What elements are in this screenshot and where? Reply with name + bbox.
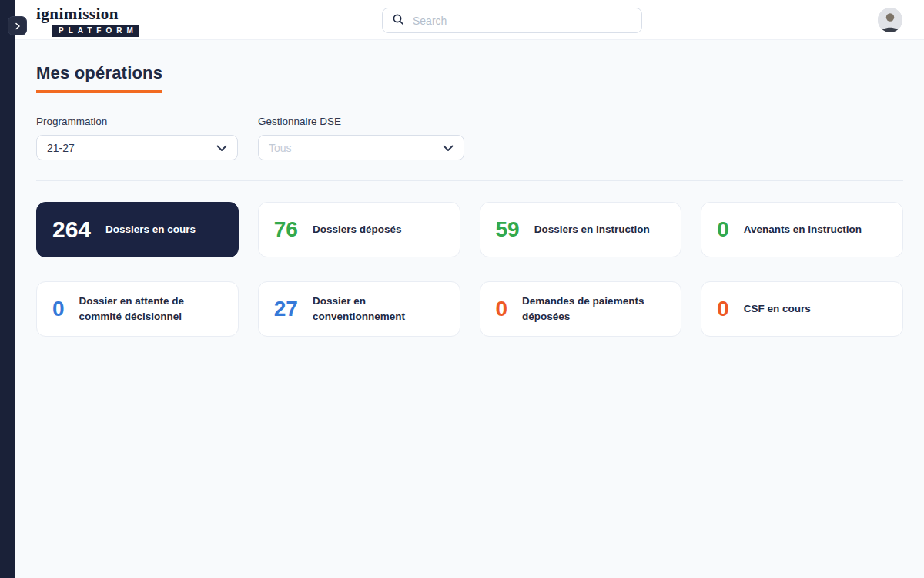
left-nav-strip <box>0 0 15 578</box>
stat-value: 264 <box>52 218 91 241</box>
app-logo[interactable]: ignimission PLATFORM <box>36 6 139 37</box>
section-divider <box>36 180 903 181</box>
stat-value: 0 <box>717 219 729 240</box>
stat-value: 0 <box>717 298 729 320</box>
stat-card-conventionnement[interactable]: 27 Dossier en conventionnement <box>258 281 460 337</box>
stat-label: Demandes de paiements déposées <box>522 294 665 325</box>
logo-wordmark: ignimission <box>36 6 139 22</box>
programmation-selected-value: 21-27 <box>47 142 75 154</box>
stat-card-demandes-paiements[interactable]: 0 Demandes de paiements déposées <box>480 281 682 337</box>
stat-value: 0 <box>496 298 508 320</box>
stat-card-avenants-en-instruction[interactable]: 0 Avenants en instruction <box>701 202 903 257</box>
sidebar-expand-button[interactable] <box>8 16 27 35</box>
user-avatar[interactable] <box>878 8 902 32</box>
person-icon <box>878 8 902 32</box>
stat-label: CSF en cours <box>744 301 811 317</box>
stat-card-dossiers-en-cours[interactable]: 264 Dossiers en cours <box>36 202 239 257</box>
filter-gestionnaire-dse: Gestionnaire DSE Tous <box>258 116 464 160</box>
search-icon <box>392 13 404 29</box>
stat-value: 76 <box>274 219 298 240</box>
main-content: Mes opérations Programmation 21-27 Gesti… <box>15 40 924 578</box>
stat-card-attente-commite[interactable]: 0 Dossier en attente de commité décision… <box>36 281 239 337</box>
page-title: Mes opérations <box>36 63 162 93</box>
top-header: ignimission PLATFORM <box>15 0 924 40</box>
stat-label: Dossier en conventionnement <box>313 294 444 325</box>
stat-value: 59 <box>496 219 520 240</box>
stat-value: 27 <box>274 298 298 320</box>
stat-label: Dossiers en instruction <box>534 222 650 237</box>
stat-label: Dossiers déposés <box>313 222 402 237</box>
logo-platform-badge: PLATFORM <box>52 25 139 37</box>
stat-label: Avenants en instruction <box>744 222 862 237</box>
programmation-select[interactable]: 21-27 <box>36 135 238 160</box>
filter-programmation: Programmation 21-27 <box>36 116 238 160</box>
filters-row: Programmation 21-27 Gestionnaire DSE Tou… <box>36 116 903 160</box>
filter-gestionnaire-label: Gestionnaire DSE <box>258 116 464 127</box>
stat-label: Dossiers en cours <box>105 222 196 237</box>
stat-card-dossiers-deposes[interactable]: 76 Dossiers déposés <box>258 202 460 257</box>
filter-programmation-label: Programmation <box>36 116 238 127</box>
stat-card-dossiers-en-instruction[interactable]: 59 Dossiers en instruction <box>480 202 682 257</box>
global-search[interactable] <box>382 8 642 33</box>
stat-card-csf-en-cours[interactable]: 0 CSF en cours <box>701 281 903 337</box>
chevron-down-icon <box>216 142 227 154</box>
stat-value: 0 <box>52 298 65 320</box>
gestionnaire-dse-select[interactable]: Tous <box>258 135 464 160</box>
stats-grid: 264 Dossiers en cours 76 Dossiers déposé… <box>36 202 903 337</box>
stat-label: Dossier en attente de commité décisionne… <box>79 294 223 325</box>
chevron-down-icon <box>443 142 454 154</box>
search-input[interactable] <box>411 14 632 28</box>
chevron-right-icon <box>14 19 22 33</box>
gestionnaire-placeholder-value: Tous <box>269 142 292 154</box>
